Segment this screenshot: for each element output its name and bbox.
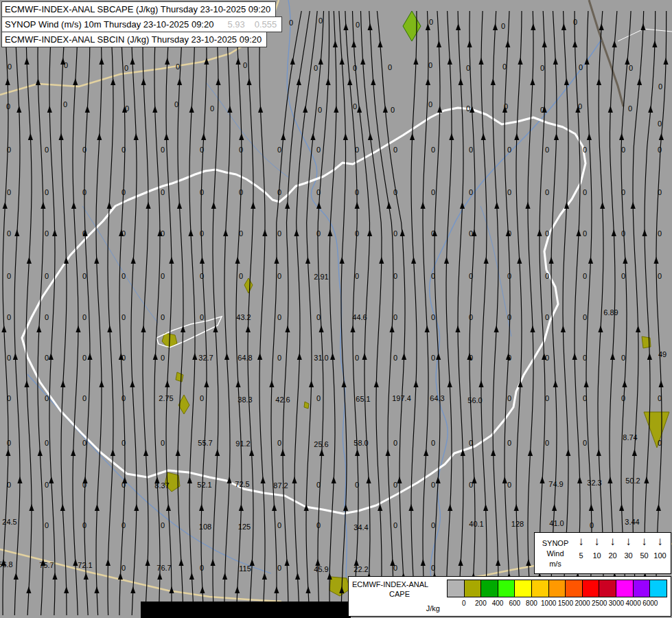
header-line-sbcape: ECMWF-INDEX-ANAL SBCAPE (J/kg) Thursday …	[1, 1, 276, 17]
cape-color-cell	[498, 580, 515, 597]
wind-arrow-icon: ↓	[578, 536, 584, 548]
cape-color-cell	[515, 580, 532, 597]
wind-arrow-icon: ↓	[657, 536, 663, 548]
header-sbcape-text: ECMWF-INDEX-ANAL SBCAPE (J/kg) Thursday …	[5, 4, 270, 14]
cape-tick-label: 1500	[558, 599, 573, 607]
cape-legend-meta: ECMWF-INDEX-ANAL CAPE J/kg	[352, 580, 447, 615]
wind-legend-meta: SYNOP Wind m/s	[537, 536, 573, 572]
cape-color-cell	[566, 580, 583, 597]
header-dim-value-2: 0.555	[255, 19, 277, 30]
header-dim-value-1: 5.93	[227, 19, 244, 30]
cape-legend: ECMWF-INDEX-ANAL CAPE J/kg 0200400600800…	[348, 576, 671, 617]
cape-legend-parameter: CAPE	[352, 589, 447, 599]
wind-speed-scale: ↓5↓10↓20↓30↓50↓100	[573, 536, 668, 572]
wind-arrow-icon: ↓	[625, 536, 632, 548]
wind-arrow-icon: ↓	[594, 536, 600, 548]
wind-legend: SYNOP Wind m/s ↓5↓10↓20↓30↓50↓100	[534, 532, 671, 574]
wind-scale-entry: ↓30	[621, 536, 636, 572]
cape-color-cell	[481, 580, 498, 597]
wind-scale-entry: ↓50	[636, 536, 652, 572]
cape-tick-label: 6000	[642, 599, 658, 607]
weather-map-screen: 0000000000000000000000000000000000000000…	[0, 0, 672, 618]
wind-arrow-icon: ↓	[610, 536, 616, 548]
cape-tick-label: 200	[475, 599, 487, 607]
wind-scale-entry: ↓20	[605, 536, 621, 572]
wind-speed-label: 10	[592, 551, 601, 560]
cape-color-cell	[532, 580, 549, 597]
wind-speed-label: 20	[608, 551, 616, 560]
wind-speed-label: 30	[624, 551, 632, 560]
cape-tick-label: 2500	[592, 599, 607, 607]
wind-scale-entry: ↓5	[573, 536, 589, 572]
header-line-sbcin: ECMWF-INDEX-ANAL SBCIN (J/kg) Thursday 2…	[1, 32, 267, 47]
bottom-black-strip	[141, 602, 351, 618]
header-sbcin-text: ECMWF-INDEX-ANAL SBCIN (J/kg) Thursday 2…	[5, 34, 262, 45]
cape-ticks: 0200400600800100015002000250030004000600…	[447, 599, 667, 609]
cape-color-cell	[465, 580, 482, 597]
cape-color-cell	[650, 580, 667, 597]
cape-tick-label: 400	[492, 599, 504, 607]
wind-legend-unit: m/s	[549, 559, 561, 569]
cape-tick-label: 4000	[625, 599, 640, 607]
header-synop-text: SYNOP Wind (m/s) 10m Thursday 23-10-2025…	[5, 19, 213, 30]
cape-color-cell	[448, 580, 465, 597]
cape-tick-label: 2000	[575, 599, 590, 607]
cape-color-bar	[447, 580, 667, 597]
wind-speed-label: 100	[653, 551, 666, 560]
map-canvas	[0, 0, 672, 618]
header-line-synop-wind: SYNOP Wind (m/s) 10m Thursday 23-10-2025…	[1, 16, 282, 32]
cape-color-cell	[616, 580, 634, 597]
cape-tick-label: 600	[509, 599, 520, 607]
cape-tick-label: 3000	[609, 599, 624, 607]
wind-legend-label: Wind	[546, 549, 564, 559]
cape-legend-title: ECMWF-INDEX-ANAL	[352, 580, 447, 589]
cape-color-cell	[634, 580, 651, 597]
cape-color-cell	[599, 580, 616, 597]
wind-speed-label: 50	[640, 551, 648, 560]
cape-bar-wrap: 0200400600800100015002000250030004000600…	[447, 580, 667, 615]
wind-speed-label: 5	[579, 551, 583, 560]
wind-scale-entry: ↓100	[652, 536, 668, 572]
cape-tick-label: 800	[526, 599, 537, 607]
wind-arrow-icon: ↓	[641, 536, 647, 548]
wind-scale-entry: ↓10	[589, 536, 605, 572]
map-header: ECMWF-INDEX-ANAL SBCAPE (J/kg) Thursday …	[1, 1, 282, 47]
cape-color-cell	[549, 580, 566, 597]
cape-tick-label: 1000	[541, 599, 556, 607]
wind-legend-title: SYNOP	[542, 538, 569, 549]
cape-color-cell	[583, 580, 600, 597]
cape-tick-label: 0	[462, 599, 466, 607]
cape-legend-unit: J/kg	[352, 604, 447, 615]
